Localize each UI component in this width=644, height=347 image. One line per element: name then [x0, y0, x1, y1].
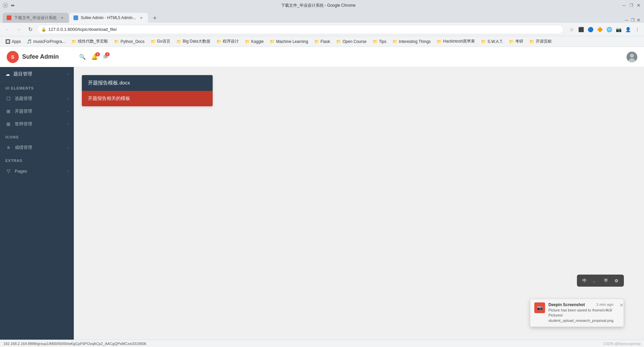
bookmark-swat-label: S.W.A.T. [487, 39, 503, 44]
lock-icon: 🔒 [41, 27, 46, 32]
bookmark-music-label: musicForProgra... [33, 39, 65, 44]
logo-text: Sufee Admin [22, 53, 59, 60]
grades-icon: ≡ [5, 144, 11, 151]
toast-time: 1 min ago [596, 302, 613, 307]
extension-icon-5[interactable]: 📷 [614, 25, 623, 34]
sidebar-item-opening[interactable]: ⊞ 开题管理 › [0, 105, 74, 118]
svg-point-3 [630, 54, 634, 58]
bookmark-opencourse-label: Open Course [342, 39, 366, 44]
file-card-body[interactable]: 开题报告相关的模板 [82, 91, 213, 106]
close-window-icon[interactable]: ✕ [636, 17, 641, 23]
bookmark-prog[interactable]: 📁 程序设计 [214, 38, 241, 45]
bookmark-music[interactable]: 🎵 musicForProgra... [24, 38, 68, 45]
sidebar-topic-arrow: › [67, 72, 68, 76]
window-title: 下载文件_毕业设计系统 - Google Chrome [15, 3, 621, 8]
bookmark-hackintosh[interactable]: 📁 Hackintosh黑苹果 [434, 38, 478, 45]
restore-icon[interactable]: ❐ [629, 3, 634, 8]
header-search-button[interactable]: 🔍 [79, 54, 86, 60]
toast-notification: 📷 Deepin Screenshot 1 min ago Picture ha… [530, 299, 624, 327]
bookmark-bigdata[interactable]: 📁 Big Data大数据 [174, 38, 213, 45]
address-bar-row: ← → ↻ 🔒 127.0.0.1:8000/topic/download_fi… [0, 23, 644, 36]
tb-half-button[interactable]: 半 [601, 276, 610, 285]
tab-close-0[interactable]: ✕ [59, 15, 65, 20]
csdn-watermark: CSDN @biyezuopinvip [603, 342, 641, 346]
logo-initials: S [11, 54, 14, 60]
file-card-description: 开题报告相关的模板 [88, 96, 130, 101]
edit-icon: ✏ [10, 3, 15, 8]
profile-icon[interactable]: 👤 [624, 25, 632, 34]
extension-icon-2[interactable]: 🔵 [586, 25, 594, 34]
bookmark-research[interactable]: 📁 考研 [506, 38, 526, 45]
toast-close-button[interactable]: ✕ [620, 302, 624, 308]
sidebar-defense-label: 答辩管理 [15, 121, 64, 127]
sidebar-opening-arrow: › [67, 109, 68, 113]
notification-button[interactable]: 🔔 5 [91, 54, 98, 60]
sidebar-item-pages[interactable]: ▽ Pages › [0, 165, 74, 177]
tab-label-1: Sufee Admin - HTML5 Admin... [81, 15, 136, 20]
bookmark-python[interactable]: 📁 Python_Docs [111, 38, 147, 45]
bookmark-star-icon[interactable]: ☆ [568, 25, 576, 34]
bookmark-tips[interactable]: 📁 Tips [370, 38, 389, 45]
bookmark-kaggle-label: Kaggle [251, 39, 264, 44]
file-card-header: 开题报告模板.docx [82, 75, 213, 91]
toast-icon: 📷 [534, 302, 545, 313]
sidebar-grades-label: 成绩管理 [15, 144, 64, 151]
avatar[interactable] [627, 52, 637, 62]
sidebar-item-defense[interactable]: ⊞ 答辩管理 › [0, 118, 74, 130]
minimize-icon[interactable]: ─ [621, 3, 627, 8]
tb-settings-button[interactable]: ⚙ [612, 276, 621, 285]
sidebar-item-topic-selection[interactable]: ☐ 选题管理 › [0, 92, 74, 105]
address-url: 127.0.0.1:8000/topic/download_file/ [48, 27, 117, 32]
bookmark-swat[interactable]: 📁 S.W.A.T. [478, 38, 505, 45]
menu-icon[interactable]: ⋮ [633, 25, 641, 34]
bookmark-interesting[interactable]: 📁 Interesting Things [390, 38, 433, 45]
sidebar-pages-arrow: › [67, 169, 68, 173]
forward-button[interactable]: → [14, 25, 23, 34]
bookmark-interesting-label: Interesting Things [399, 39, 431, 44]
address-box[interactable]: 🔒 127.0.0.1:8000/topic/download_file/ [37, 25, 564, 34]
tab-close-1[interactable]: ✕ [139, 15, 144, 20]
new-tab-button[interactable]: + [150, 13, 159, 23]
tab-1[interactable]: Sufee Admin - HTML5 Admin... ✕ [69, 13, 148, 23]
file-card: 开题报告模板.docx 开题报告相关的模板 [82, 75, 213, 106]
tb-punct-button[interactable]: 。 [590, 276, 600, 285]
reload-button[interactable]: ↻ [25, 25, 35, 34]
bookmark-apps-label: Apps [12, 39, 21, 44]
tab-favicon-1 [73, 15, 78, 20]
bookmark-linear[interactable]: 📁 线性代数_李宏毅 [69, 38, 111, 45]
extension-icon-1[interactable]: ⬛ [577, 25, 585, 34]
bookmark-python-label: Python_Docs [120, 39, 144, 44]
minimize-window-icon[interactable]: ─ [624, 17, 629, 23]
back-button[interactable]: ← [3, 25, 12, 34]
bookmark-opensource[interactable]: 📁 开源贡献 [527, 38, 554, 45]
sidebar-section-icons: ICONS [0, 130, 74, 141]
restore-window-icon[interactable]: ❐ [630, 17, 635, 23]
toast-content: Deepin Screenshot 1 min ago Picture has … [548, 302, 613, 323]
extension-icon-3[interactable]: 🔶 [596, 25, 604, 34]
bookmark-ml[interactable]: 📁 Machine Learning [267, 38, 311, 45]
bookmark-flask-label: Flask [321, 39, 330, 44]
tab-0[interactable]: 下载文件_毕业设计系统 ✕ [3, 13, 69, 23]
message-button[interactable]: ✉ 3 [103, 54, 108, 60]
bookmark-opencourse[interactable]: 📁 Open Course [333, 38, 369, 45]
title-bar: ✏ 下载文件_毕业设计系统 - Google Chrome ─ ❐ ✕ [0, 0, 644, 11]
sidebar-item-grades[interactable]: ≡ 成绩管理 › [0, 141, 74, 154]
header-actions: 🔍 🔔 5 ✉ 3 [79, 52, 637, 62]
message-badge: 3 [105, 52, 110, 56]
sidebar-selection-label: 选题管理 [15, 96, 64, 102]
extension-icon-4[interactable]: 🌐 [605, 25, 613, 34]
bookmark-apps[interactable]: 🔲 Apps [3, 38, 23, 45]
pages-icon: ▽ [5, 168, 11, 174]
sidebar-pages-label: Pages [15, 169, 64, 174]
bookmark-go-label: Go语言 [157, 39, 170, 44]
sidebar: ☁ 题目管理 › UI ELEMENTS ☐ 选题管理 › ⊞ 开题管理 › ⊞ [0, 67, 74, 340]
sidebar-item-topic[interactable]: ☁ 题目管理 › [0, 67, 74, 81]
close-icon[interactable]: ✕ [636, 3, 641, 8]
tb-chinese-button[interactable]: 中 [580, 276, 589, 285]
bookmark-flask[interactable]: 📁 Flask [312, 38, 333, 45]
selection-icon: ☐ [5, 96, 11, 102]
sidebar-opening-label: 开题管理 [15, 108, 64, 114]
bookmark-kaggle[interactable]: 📁 Kaggle [242, 38, 266, 45]
bookmark-go[interactable]: 📁 Go语言 [148, 38, 173, 45]
tab-label-0: 下载文件_毕业设计系统 [14, 15, 57, 21]
